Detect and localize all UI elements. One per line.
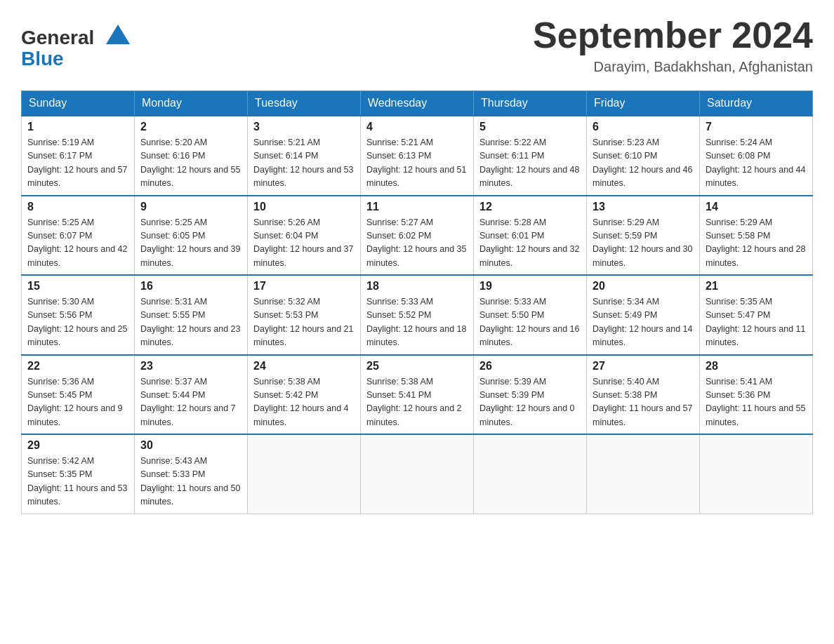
day-number: 14 [706, 201, 807, 213]
day-number: 23 [140, 360, 241, 373]
day-info: Sunrise: 5:29 AM Sunset: 5:59 PM Dayligh… [593, 216, 694, 271]
calendar-cell: 20 Sunrise: 5:34 AM Sunset: 5:49 PM Dayl… [587, 275, 700, 355]
day-info: Sunrise: 5:33 AM Sunset: 5:50 PM Dayligh… [479, 295, 581, 350]
svg-text:Blue: Blue [21, 48, 64, 69]
day-number: 13 [593, 201, 694, 213]
day-info: Sunrise: 5:43 AM Sunset: 5:33 PM Dayligh… [140, 455, 241, 509]
calendar-cell: 28 Sunrise: 5:41 AM Sunset: 5:36 PM Dayl… [700, 355, 813, 435]
title-section: September 2024 Darayim, Badakhshan, Afgh… [533, 14, 813, 75]
day-number: 2 [140, 121, 241, 133]
day-number: 21 [706, 280, 807, 293]
day-number: 9 [140, 201, 241, 213]
day-number: 12 [479, 201, 581, 213]
calendar-cell: 8 Sunrise: 5:25 AM Sunset: 6:07 PM Dayli… [22, 196, 135, 276]
day-number: 6 [593, 121, 694, 133]
calendar-cell [587, 434, 700, 514]
calendar-cell: 30 Sunrise: 5:43 AM Sunset: 5:33 PM Dayl… [135, 434, 248, 514]
calendar-cell: 7 Sunrise: 5:24 AM Sunset: 6:08 PM Dayli… [700, 116, 813, 196]
calendar-cell: 2 Sunrise: 5:20 AM Sunset: 6:16 PM Dayli… [135, 116, 248, 196]
col-friday: Friday [587, 91, 700, 116]
day-number: 3 [253, 121, 355, 133]
day-number: 29 [27, 439, 128, 452]
subtitle: Darayim, Badakhshan, Afghanistan [533, 59, 813, 75]
day-number: 5 [479, 121, 581, 133]
calendar-cell: 10 Sunrise: 5:26 AM Sunset: 6:04 PM Dayl… [248, 196, 361, 276]
calendar-week-2: 8 Sunrise: 5:25 AM Sunset: 6:07 PM Dayli… [22, 196, 813, 276]
calendar-cell: 12 Sunrise: 5:28 AM Sunset: 6:01 PM Dayl… [474, 196, 587, 276]
day-info: Sunrise: 5:39 AM Sunset: 5:39 PM Dayligh… [479, 375, 581, 430]
day-number: 18 [366, 280, 468, 293]
day-info: Sunrise: 5:38 AM Sunset: 5:42 PM Dayligh… [253, 375, 355, 430]
calendar-week-1: 1 Sunrise: 5:19 AM Sunset: 6:17 PM Dayli… [22, 116, 813, 196]
calendar-week-3: 15 Sunrise: 5:30 AM Sunset: 5:56 PM Dayl… [22, 275, 813, 355]
day-info: Sunrise: 5:25 AM Sunset: 6:05 PM Dayligh… [140, 216, 241, 271]
day-info: Sunrise: 5:41 AM Sunset: 5:36 PM Dayligh… [706, 375, 807, 430]
day-info: Sunrise: 5:26 AM Sunset: 6:04 PM Dayligh… [253, 216, 355, 271]
col-wednesday: Wednesday [361, 91, 474, 116]
day-info: Sunrise: 5:28 AM Sunset: 6:01 PM Dayligh… [479, 216, 581, 271]
calendar-cell: 21 Sunrise: 5:35 AM Sunset: 5:47 PM Dayl… [700, 275, 813, 355]
day-number: 10 [253, 201, 355, 213]
day-number: 22 [27, 360, 128, 373]
day-info: Sunrise: 5:40 AM Sunset: 5:38 PM Dayligh… [593, 375, 694, 430]
calendar-cell: 16 Sunrise: 5:31 AM Sunset: 5:55 PM Dayl… [135, 275, 248, 355]
day-info: Sunrise: 5:31 AM Sunset: 5:55 PM Dayligh… [140, 295, 241, 350]
calendar-cell: 25 Sunrise: 5:38 AM Sunset: 5:41 PM Dayl… [361, 355, 474, 435]
day-number: 1 [27, 121, 128, 133]
day-number: 7 [706, 121, 807, 133]
calendar-cell: 9 Sunrise: 5:25 AM Sunset: 6:05 PM Dayli… [135, 196, 248, 276]
day-number: 19 [479, 280, 581, 293]
calendar-cell: 23 Sunrise: 5:37 AM Sunset: 5:44 PM Dayl… [135, 355, 248, 435]
day-number: 20 [593, 280, 694, 293]
day-number: 28 [706, 360, 807, 373]
day-number: 27 [593, 360, 694, 373]
day-info: Sunrise: 5:19 AM Sunset: 6:17 PM Dayligh… [27, 136, 128, 191]
main-title: September 2024 [533, 14, 813, 56]
page-header: General Blue September 2024 Darayim, Bad… [21, 14, 813, 76]
col-sunday: Sunday [22, 91, 135, 116]
calendar-cell [474, 434, 587, 514]
day-info: Sunrise: 5:30 AM Sunset: 5:56 PM Dayligh… [27, 295, 128, 350]
day-info: Sunrise: 5:38 AM Sunset: 5:41 PM Dayligh… [366, 375, 468, 430]
calendar-cell: 15 Sunrise: 5:30 AM Sunset: 5:56 PM Dayl… [22, 275, 135, 355]
day-info: Sunrise: 5:29 AM Sunset: 5:58 PM Dayligh… [706, 216, 807, 271]
calendar-cell: 4 Sunrise: 5:21 AM Sunset: 6:13 PM Dayli… [361, 116, 474, 196]
day-info: Sunrise: 5:42 AM Sunset: 5:35 PM Dayligh… [27, 455, 128, 509]
day-info: Sunrise: 5:34 AM Sunset: 5:49 PM Dayligh… [593, 295, 694, 350]
day-number: 17 [253, 280, 355, 293]
day-number: 8 [27, 201, 128, 213]
day-info: Sunrise: 5:25 AM Sunset: 6:07 PM Dayligh… [27, 216, 128, 271]
calendar-cell: 19 Sunrise: 5:33 AM Sunset: 5:50 PM Dayl… [474, 275, 587, 355]
calendar-cell: 1 Sunrise: 5:19 AM Sunset: 6:17 PM Dayli… [22, 116, 135, 196]
svg-marker-1 [106, 25, 130, 44]
svg-text:General: General [21, 27, 94, 48]
calendar-cell: 18 Sunrise: 5:33 AM Sunset: 5:52 PM Dayl… [361, 275, 474, 355]
calendar-cell: 6 Sunrise: 5:23 AM Sunset: 6:10 PM Dayli… [587, 116, 700, 196]
day-number: 24 [253, 360, 355, 373]
col-tuesday: Tuesday [248, 91, 361, 116]
col-monday: Monday [135, 91, 248, 116]
calendar-cell: 26 Sunrise: 5:39 AM Sunset: 5:39 PM Dayl… [474, 355, 587, 435]
day-info: Sunrise: 5:22 AM Sunset: 6:11 PM Dayligh… [479, 136, 581, 191]
day-number: 16 [140, 280, 241, 293]
day-info: Sunrise: 5:20 AM Sunset: 6:16 PM Dayligh… [140, 136, 241, 191]
day-number: 11 [366, 201, 468, 213]
day-info: Sunrise: 5:33 AM Sunset: 5:52 PM Dayligh… [366, 295, 468, 350]
calendar-cell: 27 Sunrise: 5:40 AM Sunset: 5:38 PM Dayl… [587, 355, 700, 435]
day-number: 25 [366, 360, 468, 373]
calendar-cell: 24 Sunrise: 5:38 AM Sunset: 5:42 PM Dayl… [248, 355, 361, 435]
calendar-cell [361, 434, 474, 514]
day-info: Sunrise: 5:32 AM Sunset: 5:53 PM Dayligh… [253, 295, 355, 350]
day-info: Sunrise: 5:27 AM Sunset: 6:02 PM Dayligh… [366, 216, 468, 271]
calendar-cell: 5 Sunrise: 5:22 AM Sunset: 6:11 PM Dayli… [474, 116, 587, 196]
calendar-cell: 13 Sunrise: 5:29 AM Sunset: 5:59 PM Dayl… [587, 196, 700, 276]
day-info: Sunrise: 5:23 AM Sunset: 6:10 PM Dayligh… [593, 136, 694, 191]
calendar-header-row: Sunday Monday Tuesday Wednesday Thursday… [22, 91, 813, 116]
calendar-week-4: 22 Sunrise: 5:36 AM Sunset: 5:45 PM Dayl… [22, 355, 813, 435]
calendar-week-5: 29 Sunrise: 5:42 AM Sunset: 5:35 PM Dayl… [22, 434, 813, 514]
day-info: Sunrise: 5:21 AM Sunset: 6:14 PM Dayligh… [253, 136, 355, 191]
day-number: 30 [140, 439, 241, 452]
calendar-cell: 14 Sunrise: 5:29 AM Sunset: 5:58 PM Dayl… [700, 196, 813, 276]
calendar-cell: 11 Sunrise: 5:27 AM Sunset: 6:02 PM Dayl… [361, 196, 474, 276]
calendar-cell: 3 Sunrise: 5:21 AM Sunset: 6:14 PM Dayli… [248, 116, 361, 196]
